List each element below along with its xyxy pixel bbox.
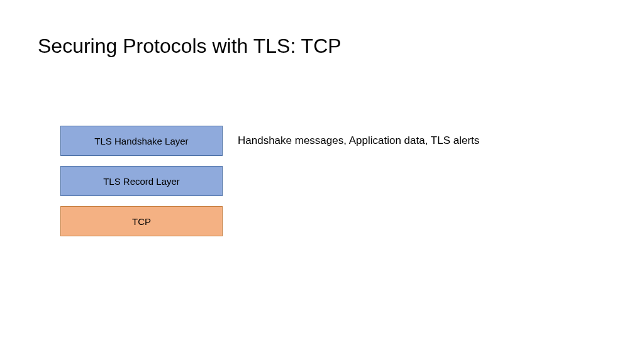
layer-tcp: TCP <box>60 206 223 236</box>
layer-tls-handshake: TLS Handshake Layer <box>60 126 223 156</box>
layer-label: TLS Handshake Layer <box>94 136 188 146</box>
handshake-annotation: Handshake messages, Application data, TL… <box>238 134 479 147</box>
layer-label: TCP <box>132 216 151 227</box>
layer-label: TLS Record Layer <box>103 176 180 187</box>
layer-tls-record: TLS Record Layer <box>60 166 223 196</box>
slide-title: Securing Protocols with TLS: TCP <box>38 35 341 58</box>
protocol-stack: TLS Handshake Layer TLS Record Layer TCP <box>60 126 223 236</box>
